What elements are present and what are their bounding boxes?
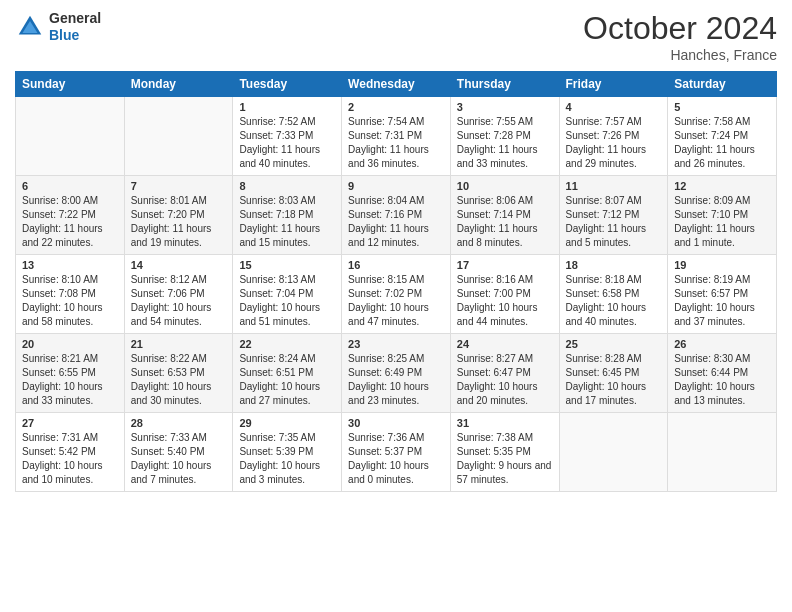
title-block: October 2024 Hanches, France [583,10,777,63]
day-number: 28 [131,417,227,429]
calendar-cell: 10Sunrise: 8:06 AMSunset: 7:14 PMDayligh… [450,176,559,255]
calendar-header-row: Sunday Monday Tuesday Wednesday Thursday… [16,72,777,97]
day-info: Sunrise: 8:24 AMSunset: 6:51 PMDaylight:… [239,352,335,408]
calendar-cell [16,97,125,176]
day-number: 9 [348,180,444,192]
calendar-cell: 26Sunrise: 8:30 AMSunset: 6:44 PMDayligh… [668,334,777,413]
calendar-week-row: 13Sunrise: 8:10 AMSunset: 7:08 PMDayligh… [16,255,777,334]
day-number: 17 [457,259,553,271]
day-info: Sunrise: 8:00 AMSunset: 7:22 PMDaylight:… [22,194,118,250]
calendar-cell: 2Sunrise: 7:54 AMSunset: 7:31 PMDaylight… [342,97,451,176]
calendar-cell [668,413,777,492]
day-number: 12 [674,180,770,192]
day-info: Sunrise: 8:18 AMSunset: 6:58 PMDaylight:… [566,273,662,329]
day-info: Sunrise: 8:25 AMSunset: 6:49 PMDaylight:… [348,352,444,408]
day-info: Sunrise: 7:52 AMSunset: 7:33 PMDaylight:… [239,115,335,171]
day-info: Sunrise: 7:57 AMSunset: 7:26 PMDaylight:… [566,115,662,171]
header-wednesday: Wednesday [342,72,451,97]
day-number: 18 [566,259,662,271]
day-number: 22 [239,338,335,350]
day-number: 14 [131,259,227,271]
day-number: 20 [22,338,118,350]
day-info: Sunrise: 7:36 AMSunset: 5:37 PMDaylight:… [348,431,444,487]
day-info: Sunrise: 8:28 AMSunset: 6:45 PMDaylight:… [566,352,662,408]
day-number: 10 [457,180,553,192]
calendar-cell: 7Sunrise: 8:01 AMSunset: 7:20 PMDaylight… [124,176,233,255]
calendar-week-row: 27Sunrise: 7:31 AMSunset: 5:42 PMDayligh… [16,413,777,492]
day-info: Sunrise: 8:22 AMSunset: 6:53 PMDaylight:… [131,352,227,408]
day-number: 3 [457,101,553,113]
day-info: Sunrise: 7:33 AMSunset: 5:40 PMDaylight:… [131,431,227,487]
day-info: Sunrise: 8:03 AMSunset: 7:18 PMDaylight:… [239,194,335,250]
calendar-cell: 28Sunrise: 7:33 AMSunset: 5:40 PMDayligh… [124,413,233,492]
calendar-cell: 3Sunrise: 7:55 AMSunset: 7:28 PMDaylight… [450,97,559,176]
day-info: Sunrise: 8:06 AMSunset: 7:14 PMDaylight:… [457,194,553,250]
day-number: 31 [457,417,553,429]
day-number: 11 [566,180,662,192]
logo-text: General Blue [49,10,101,44]
day-number: 15 [239,259,335,271]
calendar-cell: 4Sunrise: 7:57 AMSunset: 7:26 PMDaylight… [559,97,668,176]
calendar-cell: 19Sunrise: 8:19 AMSunset: 6:57 PMDayligh… [668,255,777,334]
day-info: Sunrise: 8:30 AMSunset: 6:44 PMDaylight:… [674,352,770,408]
day-number: 8 [239,180,335,192]
calendar-cell: 6Sunrise: 8:00 AMSunset: 7:22 PMDaylight… [16,176,125,255]
day-info: Sunrise: 8:12 AMSunset: 7:06 PMDaylight:… [131,273,227,329]
calendar-cell: 8Sunrise: 8:03 AMSunset: 7:18 PMDaylight… [233,176,342,255]
day-info: Sunrise: 8:19 AMSunset: 6:57 PMDaylight:… [674,273,770,329]
calendar-cell: 1Sunrise: 7:52 AMSunset: 7:33 PMDaylight… [233,97,342,176]
day-number: 19 [674,259,770,271]
day-number: 25 [566,338,662,350]
header-tuesday: Tuesday [233,72,342,97]
day-info: Sunrise: 7:35 AMSunset: 5:39 PMDaylight:… [239,431,335,487]
calendar-cell: 13Sunrise: 8:10 AMSunset: 7:08 PMDayligh… [16,255,125,334]
calendar-cell: 17Sunrise: 8:16 AMSunset: 7:00 PMDayligh… [450,255,559,334]
month-title: October 2024 [583,10,777,47]
logo-blue: Blue [49,27,101,44]
calendar-cell: 27Sunrise: 7:31 AMSunset: 5:42 PMDayligh… [16,413,125,492]
calendar-week-row: 6Sunrise: 8:00 AMSunset: 7:22 PMDaylight… [16,176,777,255]
header-sunday: Sunday [16,72,125,97]
calendar-cell [124,97,233,176]
day-info: Sunrise: 7:38 AMSunset: 5:35 PMDaylight:… [457,431,553,487]
header-monday: Monday [124,72,233,97]
calendar-cell: 11Sunrise: 8:07 AMSunset: 7:12 PMDayligh… [559,176,668,255]
header-thursday: Thursday [450,72,559,97]
calendar-cell: 25Sunrise: 8:28 AMSunset: 6:45 PMDayligh… [559,334,668,413]
day-info: Sunrise: 7:55 AMSunset: 7:28 PMDaylight:… [457,115,553,171]
day-number: 6 [22,180,118,192]
day-number: 30 [348,417,444,429]
day-info: Sunrise: 8:16 AMSunset: 7:00 PMDaylight:… [457,273,553,329]
calendar-cell: 5Sunrise: 7:58 AMSunset: 7:24 PMDaylight… [668,97,777,176]
day-info: Sunrise: 8:04 AMSunset: 7:16 PMDaylight:… [348,194,444,250]
day-info: Sunrise: 8:10 AMSunset: 7:08 PMDaylight:… [22,273,118,329]
logo-icon [15,12,45,42]
day-info: Sunrise: 7:58 AMSunset: 7:24 PMDaylight:… [674,115,770,171]
calendar-cell: 30Sunrise: 7:36 AMSunset: 5:37 PMDayligh… [342,413,451,492]
day-info: Sunrise: 8:07 AMSunset: 7:12 PMDaylight:… [566,194,662,250]
calendar-cell [559,413,668,492]
calendar-cell: 18Sunrise: 8:18 AMSunset: 6:58 PMDayligh… [559,255,668,334]
day-number: 4 [566,101,662,113]
calendar-cell: 29Sunrise: 7:35 AMSunset: 5:39 PMDayligh… [233,413,342,492]
calendar-cell: 15Sunrise: 8:13 AMSunset: 7:04 PMDayligh… [233,255,342,334]
day-number: 5 [674,101,770,113]
day-number: 29 [239,417,335,429]
day-number: 26 [674,338,770,350]
calendar-cell: 22Sunrise: 8:24 AMSunset: 6:51 PMDayligh… [233,334,342,413]
day-info: Sunrise: 8:13 AMSunset: 7:04 PMDaylight:… [239,273,335,329]
day-number: 21 [131,338,227,350]
calendar-cell: 20Sunrise: 8:21 AMSunset: 6:55 PMDayligh… [16,334,125,413]
calendar-cell: 31Sunrise: 7:38 AMSunset: 5:35 PMDayligh… [450,413,559,492]
day-info: Sunrise: 8:27 AMSunset: 6:47 PMDaylight:… [457,352,553,408]
day-number: 27 [22,417,118,429]
calendar-cell: 14Sunrise: 8:12 AMSunset: 7:06 PMDayligh… [124,255,233,334]
calendar-cell: 16Sunrise: 8:15 AMSunset: 7:02 PMDayligh… [342,255,451,334]
calendar-cell: 23Sunrise: 8:25 AMSunset: 6:49 PMDayligh… [342,334,451,413]
calendar-table: Sunday Monday Tuesday Wednesday Thursday… [15,71,777,492]
day-number: 23 [348,338,444,350]
calendar-cell: 12Sunrise: 8:09 AMSunset: 7:10 PMDayligh… [668,176,777,255]
header: General Blue October 2024 Hanches, Franc… [15,10,777,63]
calendar-cell: 9Sunrise: 8:04 AMSunset: 7:16 PMDaylight… [342,176,451,255]
day-info: Sunrise: 8:01 AMSunset: 7:20 PMDaylight:… [131,194,227,250]
